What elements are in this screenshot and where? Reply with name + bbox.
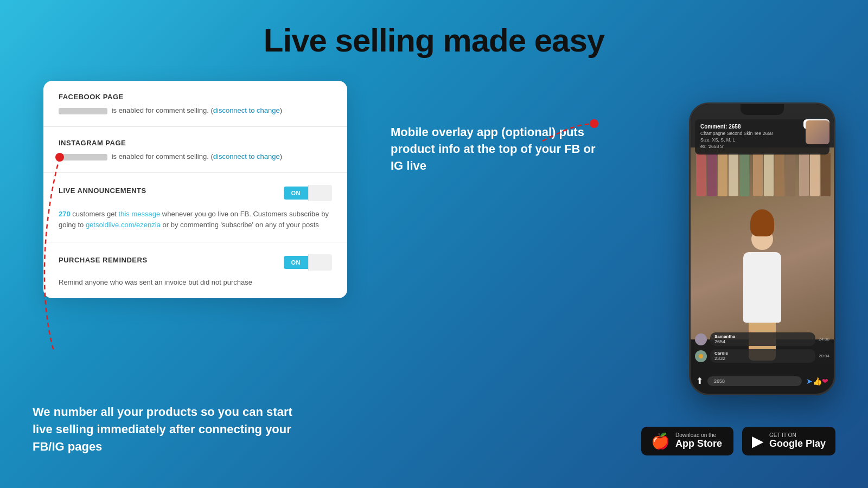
purchase-toggle-off[interactable] [308, 254, 332, 271]
facebook-redacted [59, 108, 107, 114]
live-announcements-toggle-row: LIVE ANNOUNCEMENTS ON [59, 185, 332, 201]
appstore-text: Download on the App Store [675, 432, 722, 450]
hair [750, 209, 774, 236]
facebook-desc: is enabled for comment selling. (disconn… [59, 106, 332, 114]
header: Live selling made easy [0, 0, 868, 70]
getsoldlive-link[interactable]: getsoldlive.com/ezenzia [86, 221, 161, 229]
purchase-reminders-toggle[interactable]: ON [284, 254, 333, 271]
clothes-item-7 [764, 153, 774, 196]
comment-1-name: Samantha [714, 334, 811, 339]
comment-input[interactable]: 2658 [707, 376, 802, 386]
body [743, 252, 781, 323]
googleplay-text: GET IT ON Google Play [769, 432, 826, 450]
live-announcements-desc: 270 customers get this message whenever … [59, 209, 332, 230]
instagram-desc: is enabled for comment selling. (disconn… [59, 152, 332, 160]
product-thumbnail [806, 120, 829, 144]
this-message-link[interactable]: this message [119, 210, 161, 218]
googleplay-top: GET IT ON [769, 432, 826, 438]
clothes-item-4 [729, 153, 738, 196]
toggle-off-area[interactable] [308, 185, 332, 201]
comment-1-bubble: Samantha 2654 [710, 332, 815, 346]
comment-2-name: Carole [714, 351, 811, 356]
main-content: FACEBOOK PAGE is enabled for comment sel… [0, 70, 868, 395]
purchase-reminders-desc: Remind anyone who was sent an invoice bu… [59, 278, 332, 286]
overlay-callout-text: Mobile overlay app (optional) puts produ… [391, 124, 608, 174]
purchase-reminders-section: PURCHASE REMINDERS ON Remind anyone who … [43, 242, 347, 298]
clothes-item-8 [775, 153, 784, 196]
appstore-main: App Store [675, 438, 722, 450]
comment-1-avatar [695, 333, 707, 345]
comment-2-avatar [695, 350, 707, 362]
phone-area: ← [689, 86, 835, 395]
comment-2-time: 20:04 [819, 354, 829, 358]
comment-2-bubble: Carole 2332 [710, 349, 815, 363]
customer-count: 270 [59, 210, 71, 218]
store-badges: 🍎 Download on the App Store ▶ GET IT ON … [641, 427, 835, 455]
share-icon[interactable]: ⬆ [696, 376, 703, 386]
product-name: Champagne Second Skin Tee 2658 [700, 131, 773, 136]
facebook-title: FACEBOOK PAGE [59, 93, 332, 101]
bottom-callout: We number all your products so you can s… [33, 403, 293, 455]
send-icon[interactable]: ➤ [806, 377, 813, 386]
purchase-reminders-title: PURCHASE REMINDERS [59, 256, 148, 264]
phone-screen: ← [691, 104, 834, 394]
clothes-item-1 [696, 153, 706, 196]
appstore-top: Download on the [675, 432, 722, 438]
online-dot [699, 354, 703, 358]
purchase-reminders-toggle-row: PURCHASE REMINDERS ON [59, 254, 332, 271]
clothes-item-12 [821, 153, 831, 196]
live-announcements-title: LIVE ANNOUNCEMENTS [59, 187, 146, 195]
desc-customers-label: customers get [72, 210, 117, 218]
facebook-section: FACEBOOK PAGE is enabled for comment sel… [43, 81, 347, 127]
purchase-toggle-on[interactable]: ON [284, 256, 309, 269]
appstore-badge[interactable]: 🍎 Download on the App Store [641, 427, 733, 455]
clothes-item-3 [718, 153, 727, 196]
clothes-item-2 [707, 153, 717, 196]
clothes-item-5 [739, 153, 749, 196]
phone-mockup: ← [689, 102, 835, 395]
apple-icon: 🍎 [651, 434, 670, 449]
clothes-item-9 [786, 153, 795, 196]
live-announcements-section: LIVE ANNOUNCEMENTS ON 270 customers get … [43, 173, 347, 242]
comments-overlay: Samantha 2654 24:08 Carole 2332 [691, 329, 834, 369]
head-container [751, 228, 773, 252]
overlay-callout: Mobile overlay app (optional) puts produ… [391, 124, 608, 174]
toggle-on-label[interactable]: ON [284, 187, 309, 200]
comment-1-time: 24:08 [819, 337, 829, 342]
googleplay-badge[interactable]: ▶ GET IT ON Google Play [742, 427, 835, 455]
page-title: Live selling made easy [11, 22, 857, 59]
facebook-disconnect-link[interactable]: disconnect to change [213, 106, 280, 114]
settings-card: FACEBOOK PAGE is enabled for comment sel… [43, 81, 347, 298]
action-bar: ⬆ 2658 ➤ 👍 ❤ [691, 374, 834, 388]
instagram-redacted [59, 154, 107, 160]
product-code: ex: '2658 S' [700, 144, 724, 149]
clothes-item-10 [799, 153, 809, 196]
bottom-callout-text: We number all your products so you can s… [33, 403, 293, 455]
instagram-desc-text: is enabled for comment selling. [112, 152, 209, 160]
clothes-item-6 [753, 153, 763, 196]
facebook-desc-text: is enabled for comment selling. [112, 106, 209, 114]
comment-2: Carole 2332 20:04 [695, 349, 829, 363]
googleplay-main: Google Play [769, 438, 826, 450]
comment-2-text: 2332 [714, 356, 811, 361]
clothes-item-11 [810, 153, 820, 196]
live-announcements-toggle[interactable]: ON [284, 185, 333, 201]
product-size: Size: XS, S, M, L [700, 137, 735, 143]
comment-1-text: 2654 [714, 339, 811, 344]
google-play-icon: ▶ [752, 434, 764, 449]
instagram-title: INSTAGRAM PAGE [59, 139, 332, 147]
desc-suffix2: or by commenting 'subscribe' on any of y… [163, 221, 319, 229]
heart-icon[interactable]: ❤ [822, 377, 828, 386]
instagram-section: INSTAGRAM PAGE is enabled for comment se… [43, 127, 347, 173]
like-icon[interactable]: 👍 [813, 377, 822, 386]
comment-1: Samantha 2654 24:08 [695, 332, 829, 346]
instagram-disconnect-link[interactable]: disconnect to change [213, 152, 280, 160]
phone-notch [741, 104, 784, 115]
